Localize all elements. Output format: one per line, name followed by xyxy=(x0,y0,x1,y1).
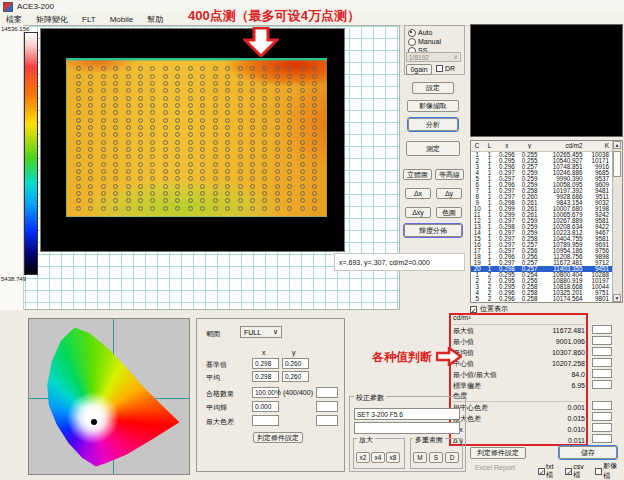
calibration-title: 校正參數 xyxy=(354,393,386,403)
settings-button[interactable]: 設定 xyxy=(412,82,454,94)
result-indicator-box xyxy=(592,423,612,432)
range-select[interactable]: FULL ∨ xyxy=(240,326,282,338)
measurement-point xyxy=(126,198,131,203)
measurement-point xyxy=(138,118,143,123)
position-checkbox-box[interactable]: ✓ xyxy=(470,306,477,313)
file-checkbox-box[interactable]: ✓ xyxy=(565,468,572,475)
measurement-point xyxy=(76,110,81,115)
measurement-point xyxy=(88,191,93,196)
stat-value: 6.95 xyxy=(571,382,585,389)
pass-count-field[interactable]: 100.00% xyxy=(252,387,279,398)
cie-chromaticity-panel[interactable] xyxy=(28,318,190,475)
menu-item-4[interactable]: 幫助 xyxy=(147,14,163,25)
average-lum-field[interactable]: 0.000 xyxy=(252,401,279,412)
measurement-point xyxy=(213,66,218,71)
analyze-button[interactable]: 分析 xyxy=(408,118,458,131)
measurement-point xyxy=(262,110,267,115)
zoom-x4-button[interactable]: x4 xyxy=(371,452,385,463)
file-check-影像檔[interactable]: 影像檔 xyxy=(595,461,624,480)
calibration-extra-field[interactable] xyxy=(354,422,460,434)
measurement-point xyxy=(225,140,230,145)
measure-button[interactable]: 測定 xyxy=(406,141,460,156)
multi-screen-d-button[interactable]: D xyxy=(445,452,459,463)
menu-item-3[interactable]: Mobile xyxy=(110,15,134,24)
file-check-csv檔[interactable]: ✓csv檔 xyxy=(565,463,590,480)
delta-y-button[interactable]: Δy xyxy=(436,188,462,199)
table-scrollbar[interactable]: ▲ ▼ xyxy=(612,141,622,302)
measurement-point xyxy=(250,125,255,130)
mode-radio-auto[interactable]: Auto xyxy=(408,28,464,37)
judge-condition-button[interactable]: 判定條件設定 xyxy=(253,432,303,443)
shutter-select[interactable]: 1/8192 ∨ xyxy=(406,52,461,62)
measurement-point xyxy=(225,96,230,101)
image-capture-button[interactable]: 影像擷取 xyxy=(407,100,459,112)
stat-label: 最小值 xyxy=(453,337,474,347)
scroll-up-arrow[interactable]: ▲ xyxy=(613,141,621,149)
luminance-heatmap[interactable] xyxy=(66,58,327,217)
measurement-image-area[interactable] xyxy=(40,28,345,252)
pass-count-note: (400/400) xyxy=(283,389,313,396)
scroll-down-arrow[interactable]: ▼ xyxy=(613,294,621,302)
measurement-point xyxy=(188,140,193,145)
file-check-label: csv檔 xyxy=(573,463,590,480)
camera-preview-area[interactable] xyxy=(470,24,623,137)
luminance-distribution-button[interactable]: 輝度分佈 xyxy=(404,224,462,237)
max-colordiff-field[interactable] xyxy=(252,415,279,426)
measurement-point xyxy=(312,140,317,145)
dr-checkbox-box[interactable] xyxy=(436,65,443,72)
table-row[interactable]: 520.2960.25810174.5649801 xyxy=(471,296,612,302)
multi-screen-label: 多重畫面 xyxy=(413,435,445,445)
measurement-point xyxy=(225,88,230,93)
reference-x-field[interactable]: 0.298 xyxy=(252,358,279,369)
measurement-point xyxy=(101,110,106,115)
average-x-field[interactable]: 0.298 xyxy=(252,371,279,382)
zoom-x2-button[interactable]: x2 xyxy=(356,452,370,463)
radio-icon[interactable] xyxy=(408,29,416,37)
radio-icon[interactable] xyxy=(408,38,416,46)
file-checkbox-box[interactable]: ✓ xyxy=(538,468,545,475)
judge-condition-button-2[interactable]: 判定條件設定 xyxy=(470,447,526,459)
menu-item-1[interactable]: 矩陣變化 xyxy=(36,14,68,25)
menu-item-2[interactable]: FLT xyxy=(82,15,96,24)
measurement-point xyxy=(262,169,267,174)
zero-gain-button[interactable]: 0gain xyxy=(406,64,432,75)
file-checkbox-box[interactable] xyxy=(595,468,602,475)
measurement-point xyxy=(113,81,118,86)
measurement-point xyxy=(287,147,292,152)
measurement-point xyxy=(163,162,168,167)
multi-screen-m-button[interactable]: M xyxy=(413,452,427,463)
file-check-txt檔[interactable]: ✓txt檔 xyxy=(538,463,560,480)
stat-row-luminance: 中心值10207.258 xyxy=(453,358,585,369)
measurement-point xyxy=(213,184,218,189)
measurement-point xyxy=(76,154,81,159)
delta-xy-button[interactable]: Δxy xyxy=(405,207,431,218)
measurement-point xyxy=(275,206,280,211)
view-3d-button[interactable]: 立體圖 xyxy=(403,169,432,180)
reference-y-field[interactable]: 0.260 xyxy=(282,358,309,369)
measurement-point xyxy=(188,191,193,196)
delta-x-button[interactable]: Δx xyxy=(405,188,431,199)
zoom-x8-button[interactable]: x8 xyxy=(386,452,400,463)
table-header-cell: cd/m2 xyxy=(541,143,583,149)
measurement-point xyxy=(101,191,106,196)
measurement-point xyxy=(150,88,155,93)
color-scale-bar xyxy=(24,32,38,275)
save-button[interactable]: 儲存 xyxy=(559,446,617,459)
measurement-point xyxy=(262,103,267,108)
measurement-point xyxy=(213,118,218,123)
excel-report-button[interactable]: Excel Report xyxy=(470,462,520,473)
position-display-checkbox[interactable]: ✓ 位置表示 xyxy=(470,304,508,314)
calibration-set-field[interactable]: SET 3-200 F5.6 xyxy=(354,408,460,420)
measurement-point xyxy=(213,154,218,159)
scroll-thumb[interactable] xyxy=(613,151,621,177)
average-y-field[interactable]: 0.260 xyxy=(282,371,309,382)
contour-button[interactable]: 等高線 xyxy=(435,169,464,180)
measurement-point xyxy=(262,74,267,79)
color-map-button[interactable]: 色圖 xyxy=(436,207,462,218)
measurement-point xyxy=(188,96,193,101)
multi-screen-s-button[interactable]: S xyxy=(429,452,443,463)
menu-item-0[interactable]: 檔案 xyxy=(6,14,22,25)
dr-checkbox[interactable]: DR xyxy=(436,65,455,72)
mode-radio-manual[interactable]: Manual xyxy=(408,37,464,46)
measurement-point xyxy=(225,125,230,130)
